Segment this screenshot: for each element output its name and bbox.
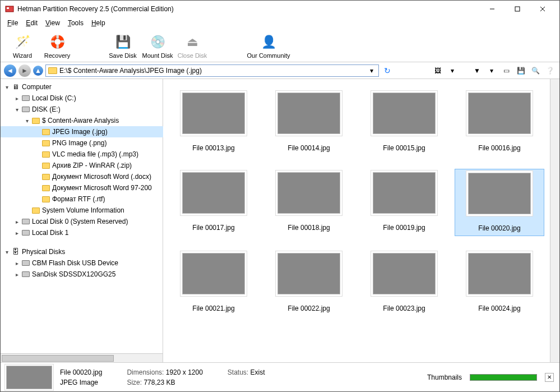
menu-help[interactable]: Help [88, 19, 109, 27]
status-value: Exist [251, 368, 265, 376]
folder-icon [48, 67, 57, 74]
wand-icon: 🪄 [13, 33, 31, 51]
file-item[interactable]: File 00017.jpg [169, 169, 258, 236]
refresh-button[interactable]: ↻ [381, 64, 394, 77]
file-item[interactable]: File 00014.jpg [264, 89, 354, 155]
thumbnail-image [277, 172, 340, 214]
file-name: File 00018.jpg [288, 224, 330, 232]
menu-view[interactable]: View [42, 19, 63, 27]
filter-dropdown[interactable]: ▾ [485, 64, 498, 77]
file-item[interactable]: File 00024.jpg [455, 250, 544, 316]
toolbar: 🪄Wizard 🛟Recovery 💾Save Disk 💿Mount Disk… [1, 29, 559, 62]
tree-png[interactable]: PNG Image (.png) [1, 137, 163, 149]
file-item[interactable]: File 00013.jpg [169, 89, 258, 155]
menu-edit[interactable]: Edit [22, 19, 41, 27]
file-item[interactable]: File 00022.jpg [264, 250, 354, 316]
tree-computer[interactable]: ▾🖥Computer [1, 81, 163, 93]
file-grid[interactable]: File 00013.jpgFile 00014.jpgFile 00015.j… [163, 79, 550, 362]
navbar: ◄ ► ▲ ▾ ↻ 🖼 ▾ ▼ ▾ ▭ 💾 🔍 ❔ [1, 62, 559, 79]
thumbnail-image [468, 253, 531, 294]
filter-button[interactable]: ▼ [471, 64, 483, 77]
mount-disk-button[interactable]: 💿Mount Disk [140, 30, 175, 62]
mount-disk-icon: 💿 [149, 33, 166, 51]
svg-rect-1 [7, 7, 9, 9]
view-mode-label[interactable]: Thumbnails [427, 373, 462, 381]
address-input[interactable] [59, 67, 365, 75]
tree-local0[interactable]: ▸Local Disk 0 (System Reserved) [1, 216, 163, 227]
file-name: File 00019.jpg [383, 224, 425, 232]
menu-tools[interactable]: Tools [64, 19, 87, 27]
tree-svi[interactable]: System Volume Information [1, 205, 163, 216]
tree-cbm[interactable]: ▸CBM Flash Disk USB Device [1, 257, 163, 269]
tree-horizontal-scrollbar[interactable] [1, 353, 163, 362]
up-button[interactable]: ▲ [33, 66, 43, 76]
minimize-button[interactable] [479, 1, 505, 17]
save-disk-icon: 💾 [114, 33, 132, 51]
file-name: File 00021.jpg [192, 305, 234, 312]
thumbnail-image [182, 172, 245, 214]
tree-local1[interactable]: ▸Local Disk 1 [1, 227, 163, 238]
tree-docx[interactable]: Документ Microsoft Word (.docx) [1, 171, 163, 182]
file-item[interactable]: File 00018.jpg [264, 169, 354, 236]
file-name: File 00015.jpg [383, 144, 425, 152]
save-disk-button[interactable]: 💾Save Disk [105, 30, 140, 62]
status-size: 778,23 KB [144, 379, 175, 386]
tree-rtf[interactable]: Формат RTF (.rtf) [1, 193, 163, 205]
file-item[interactable]: File 00023.jpg [359, 250, 449, 316]
search-button[interactable]: 🔍 [529, 64, 542, 77]
view-button[interactable]: ▭ [500, 64, 512, 77]
close-button[interactable] [530, 1, 555, 17]
file-item[interactable]: File 00019.jpg [359, 169, 449, 236]
menubar: File Edit View Tools Help [1, 17, 559, 29]
file-item[interactable]: File 00020.jpg [455, 169, 544, 236]
file-name: File 00020.jpg [478, 224, 520, 232]
window-title: Hetman Partition Recovery 2.5 (Commercia… [17, 5, 479, 13]
community-button[interactable]: 👤Our Community [240, 30, 297, 62]
tree-jpeg[interactable]: JPEG Image (.jpg) [1, 126, 163, 137]
address-bar[interactable]: ▾ [45, 64, 379, 77]
svg-rect-3 [515, 7, 520, 11]
person-icon: 👤 [260, 33, 277, 51]
menu-file[interactable]: File [4, 19, 21, 27]
recovery-button[interactable]: 🛟Recovery [40, 30, 75, 62]
tree-content-aware[interactable]: ▾$ Content-Aware Analysis [1, 115, 163, 126]
status-filename: File 00020.jpg [60, 368, 102, 376]
file-name: File 00022.jpg [288, 305, 330, 312]
tree-disk-e[interactable]: ▾DISK (E:) [1, 104, 163, 115]
thumbnail-image [182, 253, 245, 294]
file-item[interactable]: File 00021.jpg [169, 250, 258, 316]
maximize-button[interactable] [505, 1, 530, 17]
tree-physical[interactable]: ▾🗄Physical Disks [1, 246, 163, 257]
statusbar: File 00020.jpg JPEG Image Dimensions: 19… [1, 362, 559, 391]
tree-zip[interactable]: Архив ZIP - WinRAR (.zip) [1, 160, 163, 171]
preview-toggle[interactable]: 🖼 [432, 64, 444, 77]
thumbnail-progress [470, 374, 537, 381]
thumbnail-image [277, 253, 340, 294]
thumbnail-image [468, 173, 531, 214]
file-item[interactable]: File 00015.jpg [359, 89, 449, 155]
file-name: File 00013.jpg [192, 144, 234, 152]
save-button[interactable]: 💾 [515, 64, 527, 77]
forward-button[interactable]: ► [18, 64, 31, 77]
tree-sandisk[interactable]: ▸SanDisk SDSSDX120GG25 [1, 269, 163, 280]
close-disk-button[interactable]: ⏏Close Disk [175, 30, 210, 62]
file-name: File 00017.jpg [192, 224, 234, 232]
app-icon [5, 4, 14, 13]
help-button[interactable]: ❔ [544, 64, 556, 77]
tree-vlc[interactable]: VLC media file (.mp3) (.mp3) [1, 149, 163, 160]
thumbnail-image [277, 93, 340, 134]
address-dropdown[interactable]: ▾ [367, 67, 376, 75]
cancel-thumbnails-button[interactable]: ✕ [545, 373, 554, 382]
content-panel: File 00013.jpgFile 00014.jpgFile 00015.j… [163, 79, 559, 362]
preview-dropdown[interactable]: ▾ [446, 64, 459, 77]
status-dimensions: 1920 x 1200 [166, 368, 203, 376]
tree-doc97[interactable]: Документ Microsoft Word 97-200 [1, 182, 163, 193]
tree-local-c[interactable]: ▸Local Disk (C:) [1, 93, 163, 104]
tree-panel[interactable]: ▾🖥Computer ▸Local Disk (C:) ▾DISK (E:) ▾… [1, 79, 163, 353]
content-vertical-scrollbar[interactable] [550, 79, 559, 362]
file-name: File 00023.jpg [383, 305, 425, 312]
wizard-button[interactable]: 🪄Wizard [5, 30, 40, 62]
back-button[interactable]: ◄ [4, 64, 16, 77]
thumbnail-image [373, 172, 436, 214]
file-item[interactable]: File 00016.jpg [455, 89, 544, 155]
